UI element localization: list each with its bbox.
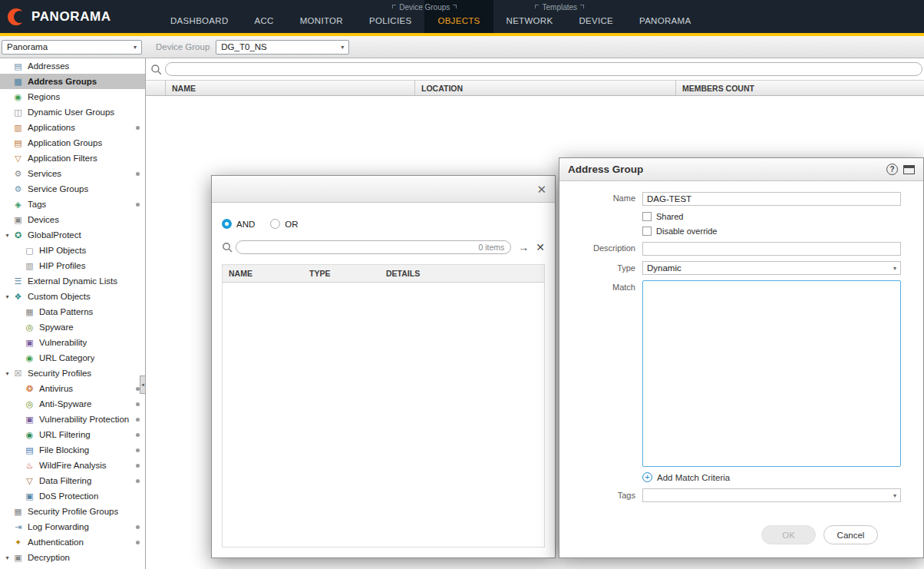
sidebar-item-data-filtering[interactable]: ▽Data Filtering	[0, 473, 145, 488]
sidebar-item-dos-protection[interactable]: ▣DoS Protection	[0, 488, 145, 504]
match-criteria-dialog: ✕ AND OR 0 items	[211, 175, 556, 558]
match-header-type[interactable]: TYPE	[303, 265, 380, 282]
sidebar-item-wildfire-analysis[interactable]: ♨WildFire Analysis	[0, 458, 145, 473]
sidebar-item-service-groups[interactable]: ⚙Service Groups	[0, 181, 145, 197]
scope-select[interactable]: Panorama ▾	[2, 40, 142, 55]
operator-radio-group: AND OR	[222, 219, 545, 229]
sidebar-item-label: Application Groups	[28, 138, 102, 147]
sidebar-item-addresses[interactable]: ▤Addresses	[0, 58, 145, 74]
sidebar-item-label: Security Profile Groups	[28, 507, 118, 516]
device-group-select-value: DG_T0_NS	[221, 42, 266, 51]
sidebar-item-application-groups[interactable]: ▤Application Groups	[0, 135, 145, 151]
sidebar-item-url-category[interactable]: ◉URL Category	[0, 350, 145, 366]
sidebar-item-label: Data Patterns	[39, 307, 93, 316]
tab-policies[interactable]: POLICIES	[356, 0, 424, 33]
cancel-button[interactable]: Cancel	[823, 525, 878, 544]
chevron-down-icon[interactable]: ▾	[2, 554, 12, 561]
disable-override-checkbox[interactable]	[642, 227, 652, 236]
sidebar-item-label: Antivirus	[39, 384, 73, 393]
search-input[interactable]	[172, 65, 916, 74]
vulnerability-protection-icon: ▣	[24, 415, 35, 424]
add-match-criteria-link[interactable]: + Add Match Criteria	[642, 472, 901, 482]
sidebar-item-services[interactable]: ⚙Services	[0, 166, 145, 181]
status-dot	[136, 418, 140, 422]
tab-dashboard[interactable]: DASHBOARD	[157, 0, 242, 33]
sidebar-item-vulnerability[interactable]: ▣Vulnerability	[0, 335, 145, 350]
chevron-down-icon[interactable]: ▾	[2, 293, 12, 300]
sidebar-item-globalprotect[interactable]: ▾✪GlobalProtect	[0, 227, 145, 243]
match-search-input[interactable]	[243, 243, 478, 252]
sidebar-item-tags[interactable]: ◈Tags	[0, 197, 145, 212]
match-header-name[interactable]: NAME	[223, 265, 303, 282]
authentication-icon: ✦	[12, 538, 24, 547]
help-icon[interactable]: ?	[886, 164, 898, 175]
name-field[interactable]	[642, 192, 901, 206]
sidebar-item-vulnerability-protection[interactable]: ▣Vulnerability Protection	[0, 412, 145, 427]
address-groups-icon: ▦	[12, 78, 24, 86]
sidebar-item-hip-profiles[interactable]: ▥HIP Profiles	[0, 258, 145, 273]
popout-icon[interactable]	[903, 165, 915, 174]
sidebar-item-hip-objects[interactable]: ▢HIP Objects	[0, 243, 145, 258]
data-filtering-icon: ▽	[24, 477, 35, 485]
tab-device[interactable]: DEVICE	[566, 0, 626, 33]
description-field[interactable]	[642, 242, 901, 256]
chevron-down-icon[interactable]: ▾	[2, 370, 12, 377]
match-dialog-body: AND OR 0 items → ✕ NA	[212, 203, 555, 557]
sidebar-collapse-handle[interactable]: ◂	[140, 375, 145, 394]
sidebar-item-address-groups[interactable]: ▦Address Groups	[0, 74, 145, 89]
scope-select-value: Panorama	[7, 42, 48, 51]
sidebar-item-application-filters[interactable]: ▽Application Filters	[0, 151, 145, 166]
sidebar-item-dynamic-user-groups[interactable]: ◫Dynamic User Groups	[0, 104, 145, 120]
match-textarea[interactable]	[642, 280, 901, 467]
table-header-name[interactable]: NAME	[166, 81, 415, 95]
tab-objects[interactable]: OBJECTS	[424, 0, 493, 33]
sidebar-item-decryption[interactable]: ▾▣Decryption	[0, 550, 145, 565]
services-icon: ⚙	[12, 170, 24, 178]
sidebar-item-regions[interactable]: ◉Regions	[0, 89, 145, 104]
shared-checkbox[interactable]	[642, 212, 652, 221]
sidebar-item-devices[interactable]: ▣Devices	[0, 212, 145, 227]
nav-tabs: DASHBOARD ACC MONITOR Device Groups POLI…	[157, 0, 704, 33]
tab-panorama[interactable]: PANORAMA	[626, 0, 704, 33]
url-filtering-icon: ◉	[24, 431, 35, 439]
chevron-down-icon[interactable]: ▾	[2, 232, 12, 239]
sidebar-item-applications[interactable]: ▥Applications	[0, 120, 145, 135]
tab-network[interactable]: NETWORK	[493, 0, 566, 33]
match-header-details[interactable]: DETAILS	[380, 265, 544, 282]
tab-monitor[interactable]: MONITOR	[287, 0, 356, 33]
ok-button[interactable]: OK	[761, 525, 816, 544]
close-icon[interactable]: ✕	[536, 184, 546, 195]
data-patterns-icon: ▦	[24, 308, 35, 316]
sidebar-item-url-filtering[interactable]: ◉URL Filtering	[0, 427, 145, 442]
sidebar-item-file-blocking[interactable]: ▤File Blocking	[0, 442, 145, 458]
device-group-select[interactable]: DG_T0_NS ▾	[216, 40, 349, 55]
and-radio-option[interactable]: AND	[222, 219, 255, 229]
antivirus-icon: ❂	[24, 385, 35, 393]
sidebar-item-log-forwarding[interactable]: ⇥Log Forwarding	[0, 519, 145, 534]
sidebar-item-security-profile-groups[interactable]: ▦Security Profile Groups	[0, 504, 145, 519]
sidebar-item-data-patterns[interactable]: ▦Data Patterns	[0, 304, 145, 319]
type-select[interactable]: Dynamic ▾	[642, 261, 901, 275]
sidebar-item-antivirus[interactable]: ❂Antivirus	[0, 381, 145, 396]
sidebar-item-anti-spyware[interactable]: ◎Anti-Spyware	[0, 396, 145, 412]
sidebar-item-custom-objects[interactable]: ▾❖Custom Objects	[0, 289, 145, 304]
clear-filter-icon[interactable]: ✕	[536, 242, 545, 253]
apply-filter-arrow-icon[interactable]: →	[518, 242, 529, 253]
sidebar-item-security-profiles[interactable]: ▾☒Security Profiles	[0, 366, 145, 381]
sidebar-item-label: Vulnerability Protection	[39, 415, 129, 424]
radio-selected-icon[interactable]	[222, 219, 232, 229]
add-match-criteria-label: Add Match Criteria	[657, 473, 730, 482]
tags-select[interactable]: ▾	[642, 488, 901, 502]
external-dynamic-lists-icon: ☰	[12, 277, 24, 286]
tab-acc[interactable]: ACC	[242, 0, 287, 33]
sidebar-item-label: DoS Protection	[39, 491, 98, 501]
sidebar-item-label: Address Groups	[28, 77, 97, 86]
custom-objects-icon: ❖	[12, 293, 24, 301]
table-header-location[interactable]: LOCATION	[415, 81, 676, 95]
sidebar-item-authentication[interactable]: ✦Authentication	[0, 534, 145, 550]
sidebar-item-external-dynamic-lists[interactable]: ☰External Dynamic Lists	[0, 273, 145, 289]
table-header-members-count[interactable]: MEMBERS COUNT	[676, 81, 924, 95]
or-radio-option[interactable]: OR	[270, 219, 298, 229]
sidebar-item-spyware[interactable]: ◎Spyware	[0, 319, 145, 335]
radio-unselected-icon[interactable]	[270, 219, 280, 229]
